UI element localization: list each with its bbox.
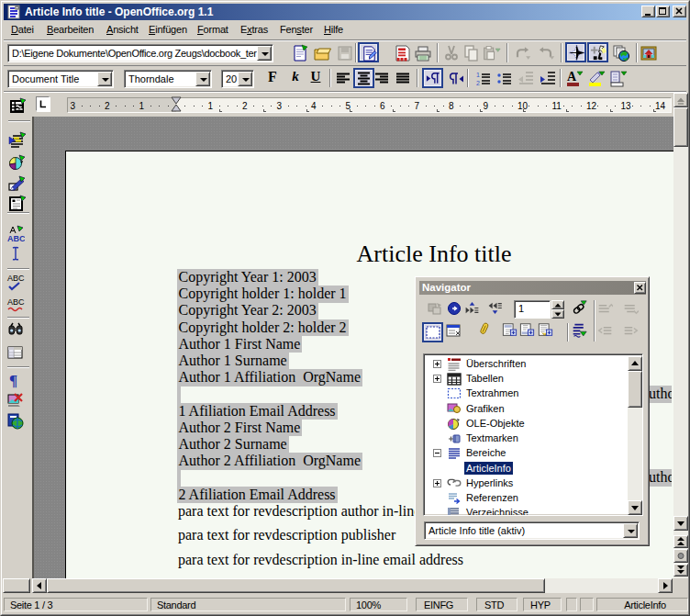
svg-text:ABC: ABC	[7, 274, 25, 283]
svg-text:ABC: ABC	[7, 297, 25, 307]
svg-text:2: 2	[476, 80, 480, 86]
svg-text:A: A	[567, 70, 577, 84]
svg-text:ABC: ABC	[7, 234, 25, 243]
svg-text:¶: ¶	[9, 372, 17, 389]
svg-text:1: 1	[476, 72, 480, 78]
